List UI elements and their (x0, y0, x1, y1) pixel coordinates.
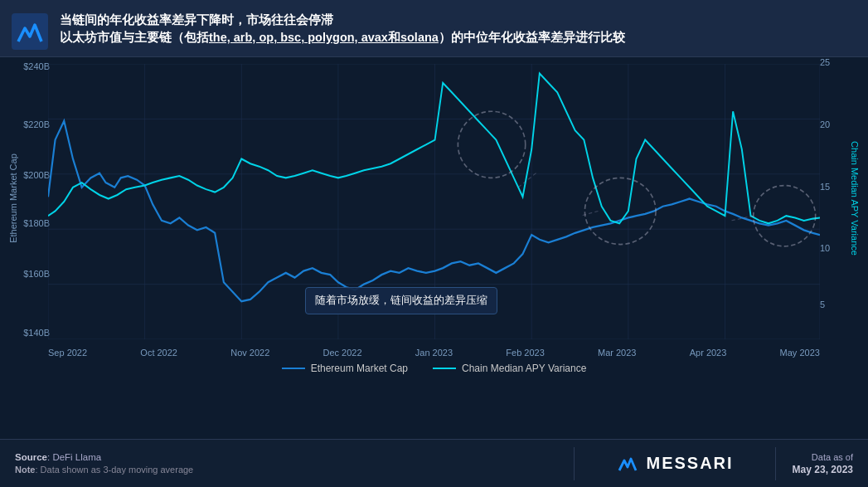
y-tick-240: $240B (23, 61, 50, 71)
title-line2-suffix: ）的中位年化收益率差异进行比较 (439, 31, 625, 44)
messari-brand-name: MESSARI (646, 454, 733, 473)
footer-data-as-of-date: May 23, 2023 (793, 464, 853, 475)
y-axis-right: Chain Median APY Variance 25 20 15 10 5 (818, 57, 861, 339)
y-tick-140: $140B (23, 328, 50, 338)
y-tick-25: 25 (820, 57, 830, 67)
footer-source-label: Source (15, 452, 47, 462)
chart-svg-wrapper: 随着市场放缓，链间收益的差异压缩 (48, 64, 820, 339)
title-line2: 以太坊市值与主要链（包括the, arb, op, bsc, polygon, … (60, 29, 853, 46)
x-tick-feb2023: Feb 2023 (506, 348, 544, 358)
legend-label-chain: Chain Median APY Variance (462, 363, 586, 374)
footer-divider (574, 447, 575, 480)
svg-line-20 (580, 211, 598, 216)
header: 当链间的年化收益率差异下降时，市场往往会停滞 以太坊市值与主要链（包括the, … (0, 0, 868, 57)
y-tick-15: 15 (820, 182, 830, 192)
main-container: 当链间的年化收益率差异下降时，市场往往会停滞 以太坊市值与主要链（包括the, … (0, 0, 868, 487)
chart-legend: Ethereum Market Cap Chain Median APY Var… (0, 363, 868, 374)
x-tick-apr2023: Apr 2023 (690, 348, 727, 358)
x-tick-sep2022: Sep 2022 (48, 348, 87, 358)
chart-area: Ethereum Market Cap $240B $220B $200B $1… (0, 57, 868, 381)
footer-right: Data as of May 23, 2023 (793, 452, 853, 475)
y-right-label: Chain Median APY Variance (850, 141, 860, 256)
x-tick-dec2022: Dec 2022 (323, 348, 362, 358)
footer-note-label: Note (15, 465, 35, 475)
messari-brand-icon (616, 452, 639, 475)
y-tick-160: $160B (23, 269, 50, 279)
svg-point-17 (584, 178, 656, 244)
title-block: 当链间的年化收益率差异下降时，市场往往会停滞 以太坊市值与主要链（包括the, … (60, 12, 853, 46)
y-left-label: Ethereum Market Cap (8, 153, 18, 243)
y-tick-5: 5 (820, 300, 825, 309)
y-tick-10: 10 (820, 243, 830, 253)
footer-left: Source: DeFi Llama Note: Data shown as 3… (15, 452, 557, 475)
legend-label-eth: Ethereum Market Cap (311, 363, 408, 374)
x-tick-mar2023: Mar 2023 (598, 348, 636, 358)
svg-rect-0 (12, 13, 48, 50)
footer-note-value: Data shown as 3-day moving average (41, 465, 194, 475)
x-tick-jan2023: Jan 2023 (415, 348, 453, 358)
legend-line-chain (433, 368, 456, 369)
x-tick-may2023: May 2023 (780, 348, 820, 358)
footer-divider2 (775, 447, 776, 480)
legend-item-eth: Ethereum Market Cap (282, 363, 408, 374)
y-tick-180: $180B (23, 218, 50, 228)
title-line2-chains: the, arb, op, bsc, polygon, avax和solana (209, 31, 439, 44)
title-line2-prefix: 以太坊市值与主要链（包括 (60, 31, 209, 44)
y-tick-20: 20 (820, 119, 830, 129)
legend-item-chain: Chain Median APY Variance (433, 363, 586, 374)
footer-logo: MESSARI (616, 452, 733, 475)
footer-source-value: DeFi Llama (52, 452, 101, 462)
y-tick-220: $220B (23, 119, 50, 129)
y-tick-200: $200B (23, 170, 50, 180)
y-axis-left: Ethereum Market Cap $240B $220B $200B $1… (7, 57, 50, 339)
x-tick-nov2022: Nov 2022 (230, 348, 269, 358)
chart-svg (48, 64, 820, 339)
footer-source: Source: DeFi Llama (15, 452, 557, 462)
footer-data-as-of-label: Data as of (793, 452, 853, 462)
x-axis: Sep 2022 Oct 2022 Nov 2022 Dec 2022 Jan … (48, 348, 820, 358)
svg-point-16 (458, 111, 525, 178)
legend-line-eth (282, 368, 305, 369)
messari-logo (12, 13, 48, 50)
footer: Source: DeFi Llama Note: Data shown as 3… (0, 439, 868, 487)
title-line1: 当链间的年化收益率差异下降时，市场往往会停滞 (60, 12, 853, 29)
x-tick-oct2022: Oct 2022 (140, 348, 177, 358)
footer-note: Note: Data shown as 3-day moving average (15, 465, 557, 475)
